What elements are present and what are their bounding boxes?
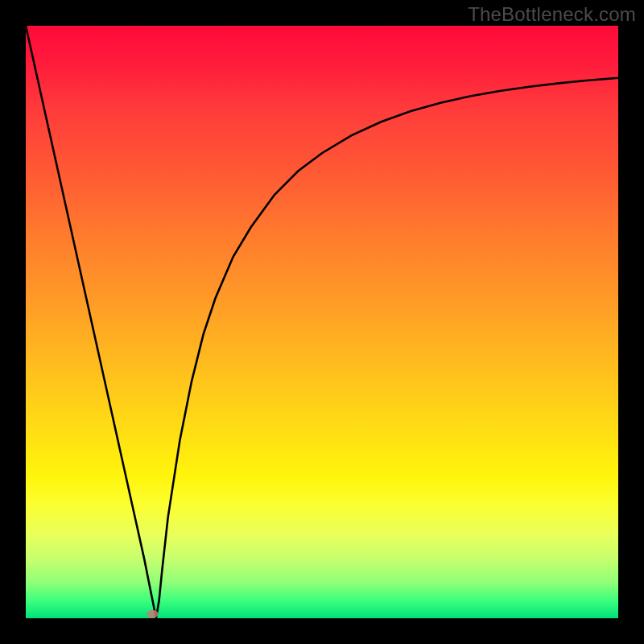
bottleneck-marker: [147, 610, 159, 618]
curve-path: [26, 26, 618, 618]
bottleneck-curve: [26, 26, 618, 618]
chart-frame: TheBottleneck.com: [0, 0, 644, 644]
watermark-text: TheBottleneck.com: [468, 3, 636, 26]
plot-area: [26, 26, 618, 618]
